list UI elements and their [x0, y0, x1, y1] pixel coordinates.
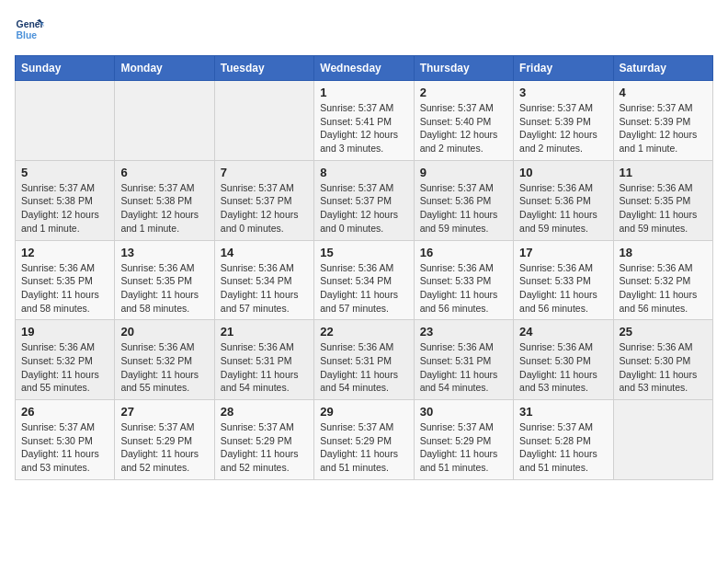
day-info: Sunrise: 5:36 AM Sunset: 5:34 PM Dayligh… [320, 261, 407, 316]
day-number: 2 [420, 86, 507, 99]
calendar-header-monday: Monday [115, 56, 214, 81]
day-number: 12 [21, 246, 108, 259]
day-number: 22 [320, 325, 407, 339]
day-info: Sunrise: 5:37 AM Sunset: 5:38 PM Dayligh… [21, 181, 108, 236]
day-number: 10 [519, 166, 607, 179]
day-number: 8 [320, 166, 407, 179]
calendar-week-5: 26Sunrise: 5:37 AM Sunset: 5:30 PM Dayli… [16, 400, 713, 480]
calendar-cell: 10Sunrise: 5:36 AM Sunset: 5:36 PM Dayli… [514, 160, 613, 240]
day-info: Sunrise: 5:36 AM Sunset: 5:31 PM Dayligh… [221, 340, 308, 395]
calendar-cell: 4Sunrise: 5:37 AM Sunset: 5:39 PM Daylig… [613, 81, 712, 161]
day-info: Sunrise: 5:36 AM Sunset: 5:31 PM Dayligh… [320, 340, 407, 395]
day-number: 15 [320, 246, 407, 259]
day-number: 4 [620, 86, 707, 99]
logo-icon: General Blue [15, 15, 44, 44]
calendar-cell: 1Sunrise: 5:37 AM Sunset: 5:41 PM Daylig… [314, 81, 414, 161]
calendar-header-saturday: Saturday [613, 56, 712, 81]
day-info: Sunrise: 5:36 AM Sunset: 5:31 PM Dayligh… [420, 340, 507, 395]
day-number: 27 [120, 405, 208, 419]
calendar-cell: 16Sunrise: 5:36 AM Sunset: 5:33 PM Dayli… [414, 240, 513, 320]
day-info: Sunrise: 5:36 AM Sunset: 5:35 PM Dayligh… [21, 261, 108, 316]
day-number: 25 [620, 325, 707, 339]
day-info: Sunrise: 5:37 AM Sunset: 5:37 PM Dayligh… [221, 181, 308, 236]
day-info: Sunrise: 5:36 AM Sunset: 5:36 PM Dayligh… [519, 181, 607, 236]
calendar-cell: 14Sunrise: 5:36 AM Sunset: 5:34 PM Dayli… [214, 240, 313, 320]
calendar-cell [214, 81, 313, 161]
calendar-header-row: SundayMondayTuesdayWednesdayThursdayFrid… [16, 56, 713, 81]
day-info: Sunrise: 5:36 AM Sunset: 5:30 PM Dayligh… [519, 340, 607, 395]
day-info: Sunrise: 5:36 AM Sunset: 5:35 PM Dayligh… [620, 181, 707, 236]
day-number: 3 [519, 86, 607, 99]
logo: General Blue [15, 15, 48, 44]
day-info: Sunrise: 5:37 AM Sunset: 5:38 PM Dayligh… [120, 181, 208, 236]
calendar-week-2: 5Sunrise: 5:37 AM Sunset: 5:38 PM Daylig… [16, 160, 713, 240]
calendar-header-friday: Friday [514, 56, 613, 81]
day-info: Sunrise: 5:36 AM Sunset: 5:34 PM Dayligh… [221, 261, 308, 316]
calendar-header-tuesday: Tuesday [214, 56, 313, 81]
calendar-cell: 30Sunrise: 5:37 AM Sunset: 5:29 PM Dayli… [414, 400, 513, 480]
day-number: 6 [120, 166, 208, 179]
day-number: 9 [420, 166, 507, 179]
day-number: 13 [120, 246, 208, 259]
day-info: Sunrise: 5:36 AM Sunset: 5:35 PM Dayligh… [120, 261, 208, 316]
calendar-cell: 27Sunrise: 5:37 AM Sunset: 5:29 PM Dayli… [115, 400, 214, 480]
day-number: 26 [21, 405, 108, 419]
day-number: 14 [221, 246, 308, 259]
calendar-cell: 17Sunrise: 5:36 AM Sunset: 5:33 PM Dayli… [514, 240, 613, 320]
day-info: Sunrise: 5:36 AM Sunset: 5:32 PM Dayligh… [21, 340, 108, 395]
calendar-cell: 18Sunrise: 5:36 AM Sunset: 5:32 PM Dayli… [613, 240, 712, 320]
calendar-week-1: 1Sunrise: 5:37 AM Sunset: 5:41 PM Daylig… [16, 81, 713, 161]
day-info: Sunrise: 5:36 AM Sunset: 5:30 PM Dayligh… [620, 340, 707, 395]
day-info: Sunrise: 5:36 AM Sunset: 5:32 PM Dayligh… [120, 340, 208, 395]
calendar-body: 1Sunrise: 5:37 AM Sunset: 5:41 PM Daylig… [16, 81, 713, 480]
calendar-cell: 13Sunrise: 5:36 AM Sunset: 5:35 PM Dayli… [115, 240, 214, 320]
day-number: 29 [320, 405, 407, 419]
day-info: Sunrise: 5:37 AM Sunset: 5:30 PM Dayligh… [21, 420, 108, 475]
day-number: 24 [519, 325, 607, 339]
day-info: Sunrise: 5:37 AM Sunset: 5:40 PM Dayligh… [420, 101, 507, 155]
day-number: 1 [320, 86, 407, 99]
calendar-week-4: 19Sunrise: 5:36 AM Sunset: 5:32 PM Dayli… [16, 320, 713, 400]
day-number: 23 [420, 325, 507, 339]
calendar-week-3: 12Sunrise: 5:36 AM Sunset: 5:35 PM Dayli… [16, 240, 713, 320]
calendar-cell: 7Sunrise: 5:37 AM Sunset: 5:37 PM Daylig… [214, 160, 313, 240]
calendar-cell: 3Sunrise: 5:37 AM Sunset: 5:39 PM Daylig… [514, 81, 613, 161]
day-number: 28 [221, 405, 308, 419]
calendar-header-wednesday: Wednesday [314, 56, 414, 81]
calendar-header-sunday: Sunday [16, 56, 115, 81]
calendar-cell: 9Sunrise: 5:37 AM Sunset: 5:36 PM Daylig… [414, 160, 513, 240]
calendar-table: SundayMondayTuesdayWednesdayThursdayFrid… [15, 55, 713, 480]
day-number: 31 [519, 405, 607, 419]
day-number: 16 [420, 246, 507, 259]
page-header: General Blue [15, 15, 713, 44]
day-info: Sunrise: 5:37 AM Sunset: 5:28 PM Dayligh… [519, 420, 607, 475]
day-number: 7 [221, 166, 308, 179]
day-number: 11 [620, 166, 707, 179]
day-info: Sunrise: 5:37 AM Sunset: 5:29 PM Dayligh… [120, 420, 208, 475]
calendar-cell: 15Sunrise: 5:36 AM Sunset: 5:34 PM Dayli… [314, 240, 414, 320]
day-info: Sunrise: 5:37 AM Sunset: 5:29 PM Dayligh… [221, 420, 308, 475]
day-number: 20 [120, 325, 208, 339]
calendar-cell: 29Sunrise: 5:37 AM Sunset: 5:29 PM Dayli… [314, 400, 414, 480]
calendar-cell [16, 81, 115, 161]
day-info: Sunrise: 5:36 AM Sunset: 5:33 PM Dayligh… [519, 261, 607, 316]
calendar-cell: 26Sunrise: 5:37 AM Sunset: 5:30 PM Dayli… [16, 400, 115, 480]
calendar-cell: 28Sunrise: 5:37 AM Sunset: 5:29 PM Dayli… [214, 400, 313, 480]
day-info: Sunrise: 5:37 AM Sunset: 5:36 PM Dayligh… [420, 181, 507, 236]
calendar-cell: 11Sunrise: 5:36 AM Sunset: 5:35 PM Dayli… [613, 160, 712, 240]
calendar-cell: 19Sunrise: 5:36 AM Sunset: 5:32 PM Dayli… [16, 320, 115, 400]
calendar-cell [115, 81, 214, 161]
day-number: 5 [21, 166, 108, 179]
day-info: Sunrise: 5:37 AM Sunset: 5:37 PM Dayligh… [320, 181, 407, 236]
day-number: 18 [620, 246, 707, 259]
calendar-cell: 2Sunrise: 5:37 AM Sunset: 5:40 PM Daylig… [414, 81, 513, 161]
day-info: Sunrise: 5:36 AM Sunset: 5:32 PM Dayligh… [620, 261, 707, 316]
day-number: 19 [21, 325, 108, 339]
calendar-cell: 8Sunrise: 5:37 AM Sunset: 5:37 PM Daylig… [314, 160, 414, 240]
day-number: 30 [420, 405, 507, 419]
svg-text:Blue: Blue [17, 30, 38, 40]
calendar-cell: 25Sunrise: 5:36 AM Sunset: 5:30 PM Dayli… [613, 320, 712, 400]
calendar-cell: 6Sunrise: 5:37 AM Sunset: 5:38 PM Daylig… [115, 160, 214, 240]
day-info: Sunrise: 5:37 AM Sunset: 5:29 PM Dayligh… [320, 420, 407, 475]
calendar-cell [613, 400, 712, 480]
